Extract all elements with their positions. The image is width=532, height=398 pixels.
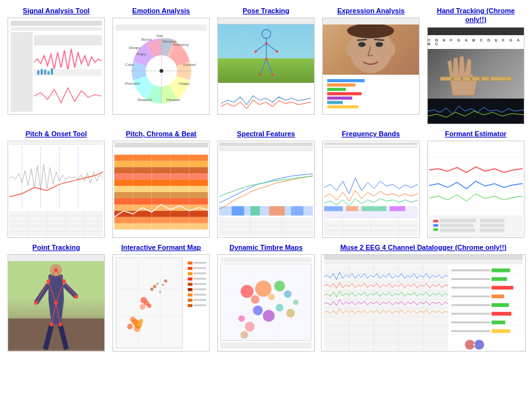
svg-point-207 (286, 309, 295, 318)
svg-text:Excited: Excited (183, 63, 196, 67)
svg-point-206 (276, 304, 283, 311)
card-title-expression-analysis: Expression Analysis (337, 6, 404, 15)
svg-rect-98 (291, 206, 303, 215)
svg-point-165 (141, 297, 148, 304)
svg-point-34 (259, 73, 261, 76)
svg-point-210 (293, 299, 299, 305)
svg-point-58 (470, 77, 472, 80)
svg-rect-53 (327, 100, 343, 104)
svg-point-161 (128, 324, 133, 330)
row-3: Point Tracking (6, 243, 526, 352)
svg-rect-126 (440, 223, 473, 227)
svg-point-202 (274, 281, 285, 291)
card-pitch-onset[interactable]: Pitch & Onset Tool (6, 129, 106, 238)
svg-rect-4 (41, 69, 43, 75)
svg-rect-130 (480, 229, 504, 232)
svg-point-159 (130, 317, 136, 323)
svg-point-168 (153, 285, 156, 288)
svg-point-166 (147, 304, 151, 308)
card-signal-analysis[interactable]: Signal Analysis Tool (6, 6, 106, 124)
svg-point-37 (265, 58, 268, 60)
svg-point-198 (241, 285, 254, 298)
svg-rect-79 (114, 167, 208, 173)
svg-point-201 (268, 294, 274, 300)
row-2: Pitch & Onset Tool (6, 129, 526, 238)
card-interactive-formant-map[interactable]: Interactive Formant Map (111, 243, 211, 352)
svg-point-13 (160, 69, 163, 73)
svg-rect-83 (114, 192, 208, 198)
svg-rect-52 (327, 96, 352, 99)
svg-point-169 (156, 282, 159, 285)
svg-rect-78 (114, 161, 208, 167)
svg-rect-81 (114, 180, 208, 186)
svg-rect-180 (188, 288, 193, 291)
svg-rect-174 (187, 259, 207, 347)
svg-rect-107 (324, 206, 343, 211)
card-title-frequency-bands: Frequency Bands (342, 129, 399, 138)
svg-point-211 (241, 331, 248, 338)
svg-rect-55 (440, 77, 512, 80)
svg-rect-241 (492, 286, 514, 290)
svg-point-204 (253, 306, 263, 316)
card-hand-tracking[interactable]: Hand Tracking (Chrome only!!) C D E F G … (426, 6, 526, 124)
svg-rect-123 (433, 224, 438, 227)
svg-text:Relaxed: Relaxed (138, 98, 151, 102)
svg-rect-109 (362, 206, 387, 211)
svg-rect-183 (188, 304, 193, 308)
thumb-frequency-bands (322, 141, 420, 238)
svg-rect-246 (492, 330, 511, 333)
svg-text:Pleased: Pleased (166, 98, 180, 102)
svg-rect-54 (327, 105, 359, 108)
svg-rect-245 (492, 321, 506, 325)
thumb-dynamic-timbre-maps (217, 254, 315, 352)
card-muse-eeg[interactable]: Muse 2 EEG 4 Channel Datalogger (Chrome … (321, 243, 526, 352)
card-point-tracking[interactable]: Point Tracking (6, 243, 106, 352)
svg-rect-84 (114, 198, 208, 205)
card-expression-analysis[interactable]: Expression Analysis (321, 6, 421, 124)
svg-rect-182 (188, 299, 193, 302)
svg-point-170 (150, 288, 153, 291)
svg-rect-88 (114, 223, 208, 230)
svg-point-57 (460, 77, 463, 80)
svg-rect-240 (492, 277, 508, 281)
svg-text:Calm: Calm (125, 63, 134, 67)
svg-point-209 (245, 322, 255, 332)
svg-rect-7 (51, 68, 53, 75)
thumb-hand-tracking: C D E F G A B C D E F G A B C (427, 27, 524, 124)
card-spectral-features[interactable]: Spectral Features (216, 129, 316, 238)
thumb-pitch-onset (8, 141, 105, 238)
thumb-expression-analysis (322, 18, 420, 115)
svg-text:Bored: Bored (141, 38, 151, 41)
svg-rect-242 (492, 294, 504, 298)
svg-rect-108 (346, 206, 359, 211)
row-1: Signal Analysis Tool (6, 6, 526, 124)
thumb-signal-analysis (8, 18, 105, 115)
svg-text:Angry: Angry (136, 52, 146, 56)
thumb-emotion-analysis: Annoying Excited Happy Pleased Relaxed P… (112, 18, 210, 115)
svg-rect-128 (480, 219, 504, 223)
svg-rect-77 (114, 154, 208, 161)
card-dynamic-timbre-maps[interactable]: Dynamic Timbre Maps (216, 243, 316, 352)
thumb-interactive-formant-map (112, 254, 210, 352)
svg-rect-80 (114, 173, 208, 180)
svg-rect-49 (327, 83, 356, 87)
card-pitch-chroma-beat[interactable]: Pitch, Chroma & Beat (111, 129, 211, 238)
svg-rect-6 (48, 72, 50, 75)
card-emotion-analysis[interactable]: Emotion Analysis (111, 6, 211, 124)
svg-point-56 (452, 77, 454, 80)
svg-rect-86 (114, 211, 208, 217)
card-title-pitch-onset: Pitch & Onset Tool (26, 129, 87, 138)
svg-point-200 (255, 281, 271, 297)
card-frequency-bands[interactable]: Frequency Bands (321, 129, 421, 238)
svg-rect-110 (389, 206, 405, 211)
card-pose-tracking[interactable]: Pose Tracking (216, 6, 316, 124)
svg-line-42 (357, 40, 367, 40)
svg-rect-243 (492, 303, 509, 307)
svg-point-162 (139, 319, 143, 323)
svg-rect-117 (429, 145, 523, 213)
svg-point-205 (263, 310, 274, 322)
svg-rect-5 (44, 70, 46, 75)
card-formant-estimator[interactable]: Formant Estimator (426, 129, 526, 238)
svg-rect-215 (324, 265, 448, 350)
card-title-emotion-analysis: Emotion Analysis (133, 6, 190, 15)
